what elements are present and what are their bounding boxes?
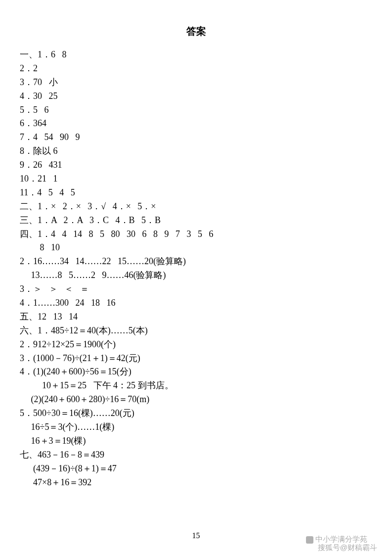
- answer-line: 三、1．A 2．A 3．C 4．B 5．B: [20, 214, 372, 228]
- answer-line: 四、1．4 4 14 8 5 80 30 6 8 9 7 3 5 6: [20, 228, 372, 241]
- answer-line: 2．912÷12×25＝1900(个): [20, 338, 372, 352]
- answer-line: 9．26 431: [20, 158, 372, 172]
- answer-line: 5．5 6: [20, 103, 372, 117]
- answer-line: 16÷5＝3(个)……1(棵): [20, 420, 372, 434]
- answer-line: 11．4 5 4 5: [20, 186, 372, 200]
- answer-line: 一、1．6 8: [20, 48, 372, 62]
- answer-line: 3．(1000－76)÷(21＋1)＝42(元): [20, 352, 372, 366]
- answer-line: 16＋3＝19(棵): [20, 434, 372, 448]
- answer-line: 4．1……300 24 18 16: [20, 296, 372, 310]
- answer-line: 六、1．485÷12＝40(本)……5(本): [20, 324, 372, 338]
- answer-line: 2．2: [20, 62, 372, 76]
- wechat-icon: [306, 536, 313, 544]
- answer-line: (2)(240＋600＋280)÷16＝70(m): [20, 393, 372, 407]
- answer-line: 10．21 1: [20, 172, 372, 186]
- answer-line: (439－16)÷(8＋1)＝47: [20, 462, 372, 476]
- page-title: 答案: [20, 25, 372, 38]
- answer-line: 2．16……34 14……22 15……20(验算略): [20, 255, 372, 269]
- answer-line: 3．70 小: [20, 76, 372, 90]
- answer-line: 4．30 25: [20, 90, 372, 103]
- watermark-bottom: 搜狐号@财稿霸斗: [318, 543, 377, 553]
- watermark-top-text: 中小学满分学苑: [315, 535, 367, 543]
- answer-line: 47×8＋16＝392: [20, 476, 372, 490]
- answer-body: 一、1．6 82．23．70 小4．30 255．5 66．3647．4 54 …: [20, 48, 372, 490]
- answer-line: 6．364: [20, 117, 372, 131]
- answer-line: 4．(1)(240＋600)÷56＝15(分): [20, 365, 372, 379]
- answer-line: 5．500÷30＝16(棵)……20(元): [20, 407, 372, 420]
- answer-line: 3．＞ ＞ ＜ ＝: [20, 282, 372, 296]
- answer-line: 10＋15＝25 下午 4：25 到书店。: [20, 379, 372, 393]
- answer-line: 7．4 54 90 9: [20, 131, 372, 144]
- answer-line: 二、1．× 2．× 3．√ 4．× 5．×: [20, 200, 372, 214]
- answer-line: 七、463－16－8＝439: [20, 448, 372, 462]
- answer-line: 13……8 5……2 9……46(验算略): [20, 269, 372, 282]
- answer-line: 8 10: [20, 241, 372, 255]
- answer-line: 五、12 13 14: [20, 310, 372, 324]
- answer-line: 8．除以 6: [20, 144, 372, 158]
